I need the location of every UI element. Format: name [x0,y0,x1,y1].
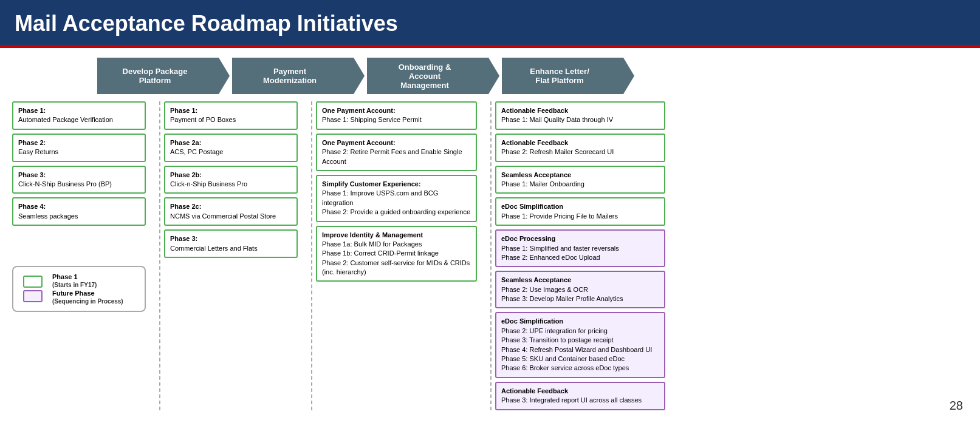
divider-3 [490,101,492,410]
card-c3-1: One Payment Account: Phase 1: Shipping S… [316,101,477,130]
header-bar: Mail Acceptance Roadmap Initiatives [0,0,980,48]
card-c3-3: Simplify Customer Experience: Phase 1: I… [316,175,477,222]
card-c2-5: Phase 3: Commercial Letters and Flats [164,229,298,258]
divider-1 [159,101,160,410]
card-c4-6: Seamless Acceptance Phase 2: Use Images … [495,271,665,308]
arrow-payment-modernization: Payment Modernization [232,58,354,94]
card-c4-1: Actionable Feedback Phase 1: Mail Qualit… [495,101,665,130]
divider-2 [311,101,312,410]
card-c2-4: Phase 2c: NCMS via Commercial Postal Sto… [164,197,298,226]
column-enhance-letter: Actionable Feedback Phase 1: Mail Qualit… [495,101,665,410]
card-c4-2: Actionable Feedback Phase 2: Refresh Mai… [495,134,665,162]
card-c4-3: Seamless Acceptance Phase 1: Mailer Onbo… [495,166,665,194]
legend: Phase 1 (Starts in FY17) Future Phase (S… [12,266,146,312]
card-c4-4: eDoc Simplification Phase 1: Provide Pri… [495,197,665,226]
page-title: Mail Acceptance Roadmap Initiatives [15,11,965,36]
arrow-develop-package: Develop Package Platform [97,58,219,94]
legend-green-box [23,276,43,288]
card-c1-2: Phase 2: Easy Returns [12,134,146,162]
card-c1-4: Phase 4: Seamless packages [12,197,146,226]
card-c4-5: eDoc Processing Phase 1: Simplified and … [495,229,665,267]
card-c2-1: Phase 1: Payment of PO Boxes [164,101,298,130]
card-c2-2: Phase 2a: ACS, PC Postage [164,134,298,162]
card-c3-4: Improve Identity & Management Phase 1a: … [316,226,477,282]
card-c4-8: Actionable Feedback Phase 3: Integrated … [495,382,665,410]
arrow-row: Develop Package Platform Payment Moderni… [12,58,968,94]
card-c3-2: One Payment Account: Phase 2: Retire Per… [316,134,477,171]
card-c1-3: Phase 3: Click-N-Ship Business Pro (BP) [12,166,146,194]
arrow-onboarding: Onboarding & Account Management [367,58,488,94]
page-number: 28 [950,399,963,413]
column-payment: Phase 1: Payment of PO Boxes Phase 2a: A… [164,101,298,258]
card-c2-3: Phase 2b: Click-n-Ship Business Pro [164,166,298,194]
card-c1-1: Phase 1: Automated Package Verification [12,101,146,130]
legend-purple-box [23,290,43,302]
column-develop-package: Phase 1: Automated Package Verification … [12,101,146,312]
column-onboarding: One Payment Account: Phase 1: Shipping S… [316,101,477,282]
columns-row: Phase 1: Automated Package Verification … [12,101,968,410]
arrow-enhance-letter: Enhance Letter/ Flat Platform [502,58,623,94]
card-c4-7: eDoc Simplification Phase 2: UPE integra… [495,312,665,378]
